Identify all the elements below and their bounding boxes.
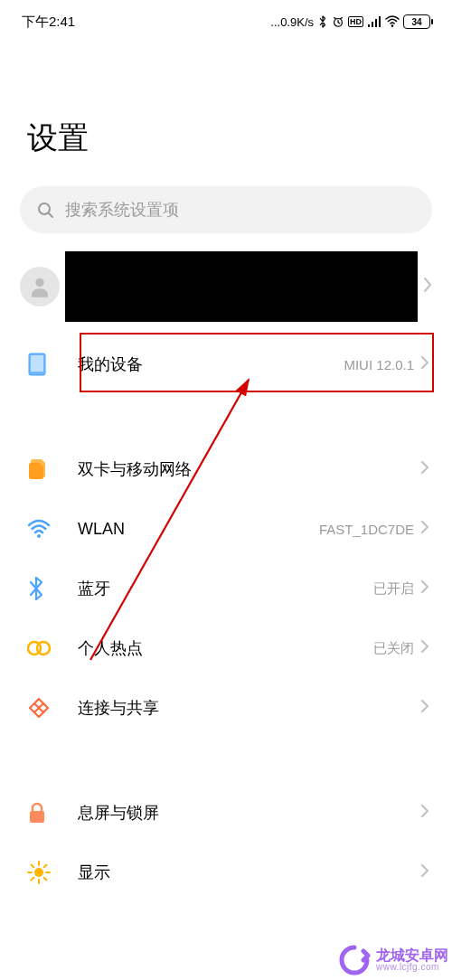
svg-point-9 xyxy=(37,642,50,655)
account-redacted xyxy=(65,251,418,322)
chevron-right-icon xyxy=(421,356,428,372)
row-label: 蓝牙 xyxy=(78,578,373,599)
bluetooth-status-icon xyxy=(317,15,328,28)
svg-point-1 xyxy=(391,24,393,26)
watermark-line1: 龙城安卓网 xyxy=(376,948,448,963)
svg-point-11 xyxy=(34,868,43,877)
brightness-icon xyxy=(27,861,60,884)
chevron-right-icon xyxy=(421,521,428,537)
svg-line-19 xyxy=(32,878,34,881)
svg-point-4 xyxy=(35,278,43,287)
status-right: ...0.9K/s HD 34 xyxy=(270,14,430,29)
sim-icon xyxy=(27,457,60,481)
chevron-right-icon xyxy=(421,805,428,821)
hd-icon: HD xyxy=(348,16,363,27)
net-speed: ...0.9K/s xyxy=(270,15,314,29)
svg-point-2 xyxy=(39,203,50,214)
chevron-right-icon xyxy=(423,277,432,297)
svg-rect-10 xyxy=(30,811,44,823)
row-display[interactable]: 显示 xyxy=(0,843,452,902)
row-label: WLAN xyxy=(78,520,319,539)
chevron-right-icon xyxy=(421,864,428,881)
chevron-right-icon xyxy=(421,700,428,716)
wifi-status-icon xyxy=(385,15,400,28)
search-placeholder: 搜索系统设置项 xyxy=(65,199,179,221)
row-value: 已开启 xyxy=(373,580,414,598)
svg-line-16 xyxy=(32,865,34,868)
row-sim[interactable]: 双卡与移动网络 xyxy=(0,439,452,499)
battery-icon: 34 xyxy=(403,14,430,29)
device-icon xyxy=(27,352,60,377)
row-value: MIUI 12.0.1 xyxy=(344,357,414,372)
row-value: FAST_1DC7DE xyxy=(319,522,414,537)
search-input[interactable]: 搜索系统设置项 xyxy=(20,186,432,233)
chevron-right-icon xyxy=(421,461,428,477)
hotspot-icon xyxy=(27,636,60,660)
avatar xyxy=(20,267,60,306)
svg-point-7 xyxy=(37,534,41,538)
watermark: 龙城安卓网 www.lcjfg.com xyxy=(338,944,448,976)
wifi-icon xyxy=(27,519,60,539)
chevron-right-icon xyxy=(421,580,428,597)
row-hotspot[interactable]: 个人热点 已关闭 xyxy=(0,618,452,678)
row-label: 我的设备 xyxy=(78,353,344,375)
row-connect[interactable]: 连接与共享 xyxy=(0,678,452,738)
signal-icon xyxy=(367,15,381,28)
row-label: 显示 xyxy=(78,862,421,883)
row-label: 双卡与移动网络 xyxy=(78,458,421,480)
search-icon xyxy=(36,201,54,219)
svg-line-18 xyxy=(44,865,47,868)
svg-rect-6 xyxy=(31,355,43,372)
status-time: 下午2:41 xyxy=(22,14,75,31)
share-icon xyxy=(27,696,60,720)
row-label: 息屏与锁屏 xyxy=(78,802,421,824)
row-label: 连接与共享 xyxy=(78,697,421,719)
row-label: 个人热点 xyxy=(78,637,373,659)
page-title: 设置 xyxy=(0,36,452,177)
account-row[interactable] xyxy=(0,251,452,322)
row-my-device[interactable]: 我的设备 MIUI 12.0.1 xyxy=(0,335,452,394)
row-wlan[interactable]: WLAN FAST_1DC7DE xyxy=(0,499,452,559)
svg-line-17 xyxy=(44,878,47,881)
lock-icon xyxy=(27,801,60,825)
row-bluetooth[interactable]: 蓝牙 已开启 xyxy=(0,559,452,618)
svg-line-3 xyxy=(49,213,52,217)
status-bar: 下午2:41 ...0.9K/s HD 34 xyxy=(0,0,452,36)
chevron-right-icon xyxy=(421,640,428,656)
row-lock[interactable]: 息屏与锁屏 xyxy=(0,783,452,843)
watermark-line2: www.lcjfg.com xyxy=(376,963,439,972)
watermark-icon xyxy=(338,944,371,976)
bluetooth-icon xyxy=(27,577,60,600)
alarm-icon xyxy=(332,15,344,28)
row-value: 已关闭 xyxy=(373,640,414,657)
